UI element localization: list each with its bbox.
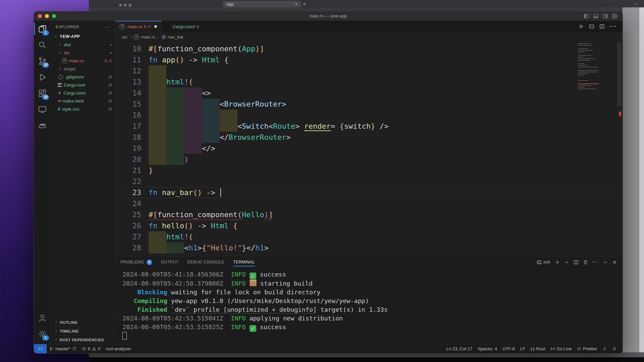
split-terminal-icon[interactable] bbox=[574, 260, 579, 265]
lines-file-icon bbox=[58, 83, 62, 87]
status-git-branch[interactable]: master* bbox=[47, 344, 79, 353]
code-line-20[interactable]: 20 ) bbox=[115, 154, 623, 165]
code-line-15[interactable]: 15 <BrowserRouter> bbox=[115, 99, 623, 110]
code-line-25[interactable]: 25#[function_component(Hello)] bbox=[115, 209, 623, 220]
code-line-12[interactable]: 12 bbox=[115, 65, 623, 76]
run-options-icon[interactable] bbox=[589, 24, 594, 29]
breadcrumb-item-src[interactable]: src bbox=[122, 35, 127, 40]
toggle-panel-icon[interactable] bbox=[593, 13, 598, 19]
titlebar[interactable]: main.rs — yew-app bbox=[34, 11, 623, 21]
activity-item-extensions[interactable]: 18 bbox=[34, 85, 50, 101]
code-line-24[interactable]: 24 bbox=[115, 198, 623, 209]
code-line-16[interactable]: 16 bbox=[115, 110, 623, 121]
status-notifications[interactable] bbox=[609, 347, 619, 351]
code-line-28[interactable]: 28 <h1>{"Hello!"}</h1> bbox=[115, 242, 623, 253]
editor[interactable]: 10#[function_component(App)]11fn app() -… bbox=[115, 42, 623, 256]
panel-tab-output[interactable]: OUTPUT bbox=[161, 256, 178, 268]
code-line-17[interactable]: 17 <Switch<Route> render= {switch} /> bbox=[115, 121, 623, 132]
code-line-18[interactable]: 18 </BrowserRouter> bbox=[115, 132, 623, 143]
status-label: master* bbox=[55, 346, 70, 351]
code-line-10[interactable]: 10#[function_component(App)] bbox=[115, 43, 623, 54]
close-panel-icon[interactable] bbox=[612, 260, 617, 265]
terminal-dropdown-icon[interactable] bbox=[564, 260, 569, 265]
status-rust-analyzer-status[interactable]: rust-analyzer bbox=[103, 344, 133, 353]
code-line-27[interactable]: 27 html!( bbox=[115, 231, 623, 242]
panel-tab-problems[interactable]: PROBLEMS6 bbox=[120, 256, 152, 268]
modified-dot-icon[interactable] bbox=[154, 25, 157, 28]
activity-item-explorer[interactable]: 1 bbox=[34, 21, 50, 37]
toggle-secondary-sidebar-icon[interactable] bbox=[602, 13, 608, 19]
terminal-line: Compiling yew-app v0.1.0 (/Users/mike/De… bbox=[122, 297, 623, 305]
browser-scrollbar[interactable] bbox=[639, 7, 644, 352]
browser-new-tab-button[interactable]: + bbox=[303, 1, 306, 7]
status-indentation[interactable]: Spaces: 4 bbox=[475, 346, 500, 351]
sidebar-section-rust-dependencies[interactable]: RUST DEPENDENCIES bbox=[51, 335, 115, 344]
tree-item-yew-app[interactable]: YEW-APP bbox=[51, 33, 115, 41]
code-line-21[interactable]: 21} bbox=[115, 165, 623, 176]
sidebar-section-timeline[interactable]: TIMELINE bbox=[51, 326, 115, 335]
status-problems-summary[interactable]: 60 bbox=[79, 344, 103, 353]
activity-item-source-control[interactable]: 10 bbox=[34, 53, 50, 69]
code-line-11[interactable]: 11fn app() -> Html { bbox=[115, 54, 623, 65]
zoom-window-button[interactable] bbox=[52, 14, 56, 18]
activity-item-accounts[interactable] bbox=[34, 310, 50, 326]
minimize-window-button[interactable] bbox=[45, 14, 49, 18]
split-editor-icon[interactable] bbox=[599, 24, 605, 29]
status-language-mode[interactable]: { }Rust bbox=[528, 346, 548, 351]
panel-tab-terminal[interactable]: TERMINAL bbox=[233, 256, 255, 268]
text-cursor bbox=[220, 188, 221, 197]
editor-scrollbar[interactable] bbox=[617, 43, 622, 106]
status-feedback[interactable] bbox=[600, 347, 609, 351]
code-line-23[interactable]: 23fn nav_bar() -> bbox=[115, 187, 623, 198]
run-button[interactable] bbox=[579, 24, 584, 29]
code-line-19[interactable]: 19 </> bbox=[115, 143, 623, 154]
status-go-live[interactable]: Go Live bbox=[548, 346, 574, 351]
close-window-button[interactable] bbox=[38, 14, 42, 18]
tree-item-cargo-toml[interactable]: Cargo.tomlU bbox=[51, 89, 115, 97]
tab-cargo-toml[interactable]: Cargo.tomlU bbox=[162, 21, 204, 32]
activity-item-search[interactable] bbox=[34, 37, 50, 53]
terminal-shell-selector[interactable]: zsh bbox=[537, 260, 550, 265]
minimap[interactable] bbox=[577, 43, 601, 100]
tree-item-index-html[interactable]: <>index.htmlU bbox=[51, 97, 115, 105]
code-line-22[interactable]: 22 bbox=[115, 176, 623, 187]
code-line-14[interactable]: 14 <> bbox=[115, 87, 623, 99]
tree-item-target[interactable]: target bbox=[51, 65, 115, 73]
status-cursor-position[interactable]: Ln 23, Col 17 bbox=[444, 346, 475, 351]
code-line-26[interactable]: 26fn hello() -> Html { bbox=[115, 220, 623, 231]
sidebar-section-outline[interactable]: OUTLINE bbox=[51, 318, 115, 326]
status-prettier[interactable]: Prettier bbox=[574, 346, 600, 351]
tree-item-dist[interactable]: dist● bbox=[51, 41, 115, 49]
browser-menu-chevron-icon[interactable]: ⌄ bbox=[635, 1, 638, 5]
breadcrumb-item-main-rs[interactable]: Rmain.rs bbox=[133, 34, 155, 40]
kill-terminal-icon[interactable] bbox=[583, 260, 588, 265]
toggle-primary-sidebar-icon[interactable] bbox=[584, 13, 589, 19]
explorer-more-actions-icon[interactable]: ··· bbox=[104, 24, 110, 29]
activity-item-remote-explorer[interactable] bbox=[34, 101, 50, 117]
activity-item-run-debug[interactable] bbox=[34, 69, 50, 85]
status-remote-indicator[interactable] bbox=[34, 344, 47, 353]
error-icon bbox=[82, 347, 86, 351]
code-token: BrowserRouter bbox=[224, 100, 282, 108]
terminal-text bbox=[223, 323, 231, 330]
tree-item-cargo-lock[interactable]: Cargo.lockU bbox=[51, 81, 115, 89]
breadcrumb-item-nav-bar[interactable]: nav_bar bbox=[161, 35, 183, 40]
maximize-panel-icon[interactable] bbox=[603, 260, 608, 265]
tree-item-label: index.html bbox=[63, 99, 84, 104]
status-eol[interactable]: LF bbox=[518, 346, 528, 351]
panel-tab-debug-console[interactable]: DEBUG CONSOLE bbox=[187, 256, 224, 268]
activity-item-docker[interactable] bbox=[34, 117, 50, 133]
tab-main-rs[interactable]: Rmain.rs6, U bbox=[115, 21, 162, 32]
customize-layout-icon[interactable] bbox=[612, 13, 617, 19]
tree-item-src[interactable]: src● bbox=[51, 49, 115, 57]
status-encoding[interactable]: UTF-8 bbox=[500, 346, 518, 351]
tree-item-main-rs[interactable]: Rmain.rs6, U bbox=[51, 57, 115, 65]
tree-item--gitignore[interactable]: .gitignoreU bbox=[51, 73, 115, 81]
browser-tab[interactable]: App × bbox=[223, 1, 301, 7]
tree-item-style-css[interactable]: #style.cssU bbox=[51, 105, 115, 113]
new-terminal-icon[interactable] bbox=[555, 260, 560, 265]
terminal-output[interactable]: 2024-08-09T05:41:18.456306Z INFO ✓ succe… bbox=[115, 268, 623, 344]
activity-item-settings[interactable]: 1 bbox=[34, 326, 50, 342]
code-line-13[interactable]: 13 html!( bbox=[115, 76, 623, 87]
browser-tab-close-icon[interactable]: × bbox=[295, 2, 298, 7]
